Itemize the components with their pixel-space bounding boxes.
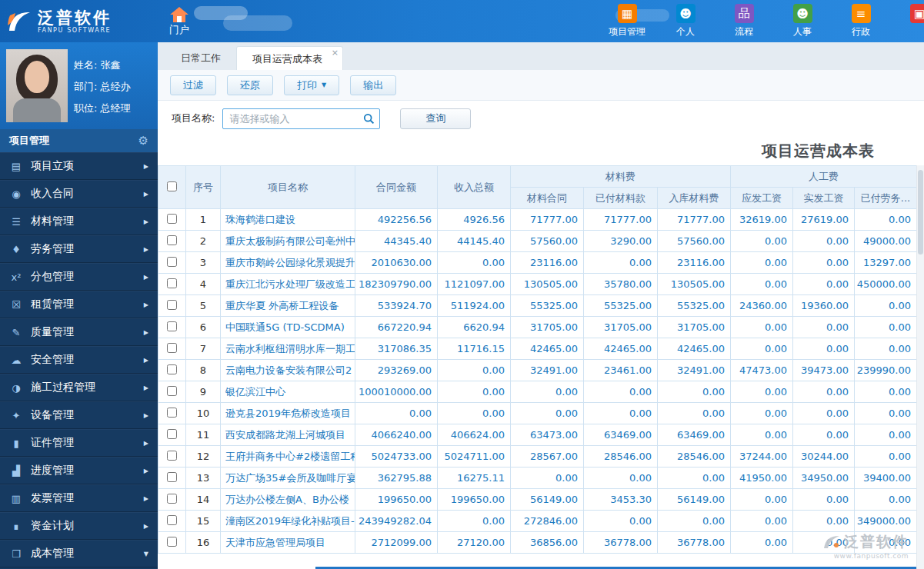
sidebar-item-label: 进度管理 — [31, 464, 144, 477]
row-checkbox[interactable] — [167, 515, 177, 525]
row-checkbox[interactable] — [167, 537, 177, 547]
table-row[interactable]: 3重庆市鹅岭公园绿化景观提升2010630.000.0023116.000.00… — [158, 252, 917, 274]
sidebar-item-equipment-management[interactable]: ✦设备管理▶ — [0, 401, 158, 429]
row-checkbox[interactable] — [167, 257, 177, 267]
cell-value: 0.00 — [731, 231, 793, 252]
cell-value: 30244.00 — [793, 446, 855, 468]
project-name-link[interactable]: 云南电力设备安装有限公司2 — [221, 360, 355, 381]
user-department: 部门: 总经办 — [74, 76, 158, 98]
sidebar-item-certificate-management[interactable]: ▮证件管理▶ — [0, 429, 158, 457]
row-checkbox[interactable] — [167, 300, 177, 310]
sidebar-item-safety-management[interactable]: ☁安全管理▶ — [0, 346, 158, 374]
search-icon[interactable] — [363, 113, 375, 125]
project-name-link[interactable]: 西安成都路龙湖上河城项目 — [221, 424, 355, 446]
sidebar-item-invoice-management[interactable]: ▥发票管理▶ — [0, 484, 158, 512]
tab-project-operation-cost[interactable]: 项目运营成本表 × — [236, 46, 343, 70]
row-checkbox[interactable] — [167, 214, 177, 224]
cost-table-body: 1珠海鹤港口建设492256.564926.5671777.0071777.00… — [158, 209, 917, 554]
tab-daily-work[interactable]: 日常工作 — [165, 46, 236, 70]
nav-item-workflow[interactable]: 品流程 — [724, 4, 764, 38]
scrollbar-thumb[interactable] — [918, 170, 923, 255]
cell-value: 37244.00 — [731, 446, 793, 468]
cell-value: 533924.70 — [355, 295, 438, 317]
table-row[interactable]: 8云南电力设备安装有限公司2293269.000.0032491.0023461… — [158, 360, 917, 381]
project-name-link[interactable]: 天津市应急管理局项目 — [221, 532, 355, 554]
row-checkbox[interactable] — [167, 343, 177, 353]
project-name-link[interactable]: 万达办公楼左侧A、B办公楼 — [221, 489, 355, 511]
restore-button[interactable]: 还原 — [227, 75, 273, 95]
project-name-link[interactable]: 云南水利枢纽渭明水库一期工 — [221, 338, 355, 360]
table-row[interactable]: 9银亿滨江中心100010000.000.000.000.000.000.000… — [158, 381, 917, 403]
top-bar: 泛普软件 FANPU SOFTWARE 门户 ▦项目管理☻个人品流程☻人事≡行政… — [0, 0, 924, 42]
sidebar-item-cost-management[interactable]: ❒成本管理▼ — [0, 540, 158, 567]
row-check-cell — [158, 360, 186, 381]
gear-icon[interactable]: ⚙ — [138, 134, 148, 148]
nav-item-portal[interactable]: 门户 — [168, 5, 190, 37]
cell-value: 450000.00 — [855, 274, 917, 295]
close-icon[interactable]: × — [332, 48, 339, 58]
table-row[interactable]: 12王府井商务中心#2楼遗留工程5024733.005024711.002856… — [158, 446, 917, 468]
row-checkbox[interactable] — [167, 278, 177, 288]
nav-item-hr[interactable]: ☻人事 — [782, 4, 822, 38]
vertical-scrollbar[interactable] — [916, 165, 924, 569]
sidebar-item-progress-management[interactable]: ▟进度管理▶ — [0, 457, 158, 484]
table-row[interactable]: 10逊克县2019年危桥改造项目0.000.000.000.000.000.00… — [158, 403, 917, 424]
row-checkbox[interactable] — [167, 429, 177, 439]
project-name-link[interactable]: 重庆太极制药有限公司亳州中 — [221, 231, 355, 252]
project-name-link[interactable]: 重庆华夏 外高桥工程设备 — [221, 295, 355, 317]
row-checkbox[interactable] — [167, 364, 177, 374]
table-row[interactable]: 1珠海鹤港口建设492256.564926.5671777.0071777.00… — [158, 209, 917, 231]
project-name-link[interactable]: 银亿滨江中心 — [221, 381, 355, 403]
cell-value: 667220.94 — [355, 317, 438, 338]
select-all-checkbox[interactable] — [167, 181, 177, 191]
output-button[interactable]: 输出 — [350, 75, 396, 95]
project-name-link[interactable]: 重庆市鹅岭公园绿化景观提升 — [221, 252, 355, 274]
sidebar-item-project-initiation[interactable]: ▤项目立项▶ — [0, 152, 158, 180]
project-name-link[interactable]: 珠海鹤港口建设 — [221, 209, 355, 231]
bar-chart-icon: ▟ — [9, 465, 23, 477]
sidebar-item-lease-management[interactable]: ☒租赁管理▶ — [0, 291, 158, 318]
sidebar-item-fund-plan[interactable]: ∎资金计划▶ — [0, 512, 158, 540]
project-name-link[interactable]: 重庆江北污水处理厂级改造工 — [221, 274, 355, 295]
chevron-right-icon: ▶ — [144, 246, 148, 253]
table-row[interactable]: 6中国联通5G (TD-SCDMA)667220.946620.9431705.… — [158, 317, 917, 338]
table-row[interactable]: 13万达广场35#会所及咖啡厅宴362795.8816275.110.000.0… — [158, 468, 917, 489]
project-name-input[interactable] — [222, 108, 380, 129]
sidebar-item-subcontract-management[interactable]: x²分包管理▶ — [0, 263, 158, 291]
table-row[interactable]: 16天津市应急管理局项目2712099.0027120.0036856.0036… — [158, 532, 917, 554]
sidebar-item-labor-management[interactable]: ♦劳务管理▶ — [0, 235, 158, 263]
cell-value: 5024733.00 — [355, 446, 438, 468]
nav-item-admin[interactable]: ≡行政 — [841, 4, 881, 38]
table-row[interactable]: 2重庆太极制药有限公司亳州中44345.4044145.4057560.0032… — [158, 231, 917, 252]
nav-item-project-management[interactable]: ▦项目管理 — [607, 4, 647, 38]
project-name-link[interactable]: 万达广场35#会所及咖啡厅宴 — [221, 468, 355, 489]
table-row[interactable]: 4重庆江北污水处理厂级改造工182309790.001121097.001305… — [158, 274, 917, 295]
table-row[interactable]: 11西安成都路龙湖上河城项目4066240.00406624.0063473.0… — [158, 424, 917, 446]
row-checkbox[interactable] — [167, 494, 177, 504]
table-row[interactable]: 15潼南区2019年绿化补贴项目-243949282.040.00272846.… — [158, 511, 917, 532]
query-button[interactable]: 查询 — [400, 108, 471, 129]
table-row[interactable]: 7云南水利枢纽渭明水库一期工317086.3511716.1542465.004… — [158, 338, 917, 360]
table-row[interactable]: 5重庆华夏 外高桥工程设备533924.70511924.0055325.005… — [158, 295, 917, 317]
sidebar-item-construction-process[interactable]: ◑施工过程管理▶ — [0, 374, 158, 401]
cell-value: 0.00 — [855, 209, 917, 231]
row-checkbox[interactable] — [167, 386, 177, 396]
sidebar-item-income-contract[interactable]: ◉收入合同▶ — [0, 180, 158, 208]
row-checkbox[interactable] — [167, 235, 177, 245]
filter-button[interactable]: 过滤 — [170, 75, 216, 95]
cell-value: 13297.00 — [855, 252, 917, 274]
row-checkbox[interactable] — [167, 451, 177, 461]
project-name-link[interactable]: 潼南区2019年绿化补贴项目- — [221, 511, 355, 532]
sidebar-item-material-management[interactable]: ☰材料管理▶ — [0, 208, 158, 235]
project-name-link[interactable]: 逊克县2019年危桥改造项目 — [221, 403, 355, 424]
row-checkbox[interactable] — [167, 321, 177, 331]
row-checkbox[interactable] — [167, 408, 177, 418]
row-checkbox[interactable] — [167, 472, 177, 482]
nav-item-personal[interactable]: ☻个人 — [665, 4, 706, 38]
nav-item-clipped[interactable]: ▣ — [899, 4, 924, 38]
table-row[interactable]: 14万达办公楼左侧A、B办公楼199650.00199650.0056149.0… — [158, 489, 917, 511]
project-name-link[interactable]: 中国联通5G (TD-SCDMA) — [221, 317, 355, 338]
project-name-link[interactable]: 王府井商务中心#2楼遗留工程 — [221, 446, 355, 468]
print-button[interactable]: 打印 ▼ — [284, 75, 339, 95]
sidebar-item-quality-management[interactable]: ✎质量管理▶ — [0, 318, 158, 346]
